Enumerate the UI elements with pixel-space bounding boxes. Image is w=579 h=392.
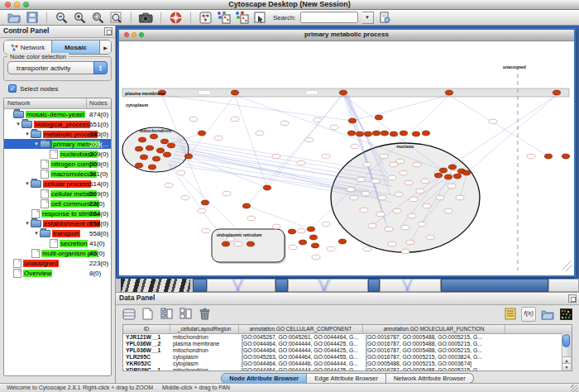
network-node-white[interactable] (350, 195, 358, 200)
network-node-red[interactable] (339, 90, 347, 95)
network-node-white[interactable] (371, 179, 380, 184)
network-node-white[interactable] (388, 175, 396, 180)
tree-row[interactable]: Overview8(0) (4, 268, 111, 278)
network-node-red[interactable] (445, 90, 452, 95)
tree-row[interactable]: ▼transport558(0) (4, 228, 111, 238)
search-options-icon[interactable] (378, 12, 392, 24)
tab-overflow-arrow[interactable]: ▶ (100, 41, 111, 54)
table-cell[interactable]: mitochondrion (170, 347, 239, 354)
network-edge[interactable] (467, 95, 557, 173)
network-node-white[interactable] (380, 154, 388, 159)
tree-column-nodes[interactable]: Nodes (89, 99, 108, 107)
network-node-white[interactable] (378, 195, 386, 200)
network-node-white[interactable] (363, 162, 371, 167)
formula-icon[interactable]: f(x) (521, 307, 536, 322)
table-scrollbar[interactable]: ▲ ▼ (562, 333, 572, 370)
search-dropdown-button[interactable]: ▼ (362, 12, 374, 24)
tree-row[interactable]: ▼primary metabo209(... (4, 139, 111, 149)
float-panel-icon[interactable] (104, 27, 112, 36)
network-node-white[interactable] (234, 241, 242, 246)
table-cell[interactable]: [GO:0044464, GO:0044446, GO:0044444, G..… (239, 361, 363, 367)
network-node-white[interactable] (376, 212, 385, 217)
network-node-red[interactable] (390, 131, 397, 136)
import-attributes-icon[interactable] (539, 307, 555, 322)
network-node-white[interactable] (396, 159, 404, 164)
network-node-white[interactable] (189, 117, 198, 122)
tree-row-label[interactable]: transport (52, 230, 80, 237)
tree-expand-arrow-icon[interactable]: ▼ (24, 181, 31, 186)
table-cell[interactable]: [GO:0044464, GO:0044444, GO:0044425, G..… (239, 347, 363, 354)
network-node-white[interactable] (426, 235, 434, 240)
network-node-red[interactable] (562, 154, 569, 159)
table-row[interactable]: YPL036W__2plasma membrane[GO:0044464, GO… (123, 341, 572, 347)
network-node-white[interactable] (312, 255, 320, 260)
network-node-white[interactable] (395, 192, 403, 197)
table-row[interactable]: YKR052Ccytoplasm[GO:0044464, GO:0044446,… (123, 361, 572, 367)
attribute-table-icon[interactable] (121, 307, 136, 322)
network-node-red[interactable] (462, 170, 470, 175)
network-node-red[interactable] (146, 146, 153, 151)
network-node-red[interactable] (299, 240, 306, 245)
network-node-white[interactable] (322, 222, 330, 227)
search-input[interactable] (300, 12, 358, 23)
network-node-red[interactable] (311, 243, 318, 248)
network-node-red[interactable] (347, 131, 355, 136)
network-node-red[interactable] (309, 235, 317, 240)
network-node-red[interactable] (307, 227, 314, 232)
network-node-white[interactable] (327, 246, 335, 251)
float-panel-icon[interactable] (568, 294, 577, 303)
new-attribute-icon[interactable] (140, 307, 156, 322)
network-edge[interactable] (189, 156, 267, 188)
tab-network[interactable]: Network (4, 41, 52, 54)
network-node-white[interactable] (390, 162, 398, 167)
attribute-list-icon[interactable] (502, 307, 518, 322)
network-node-white[interactable] (393, 208, 401, 213)
tree-row-label[interactable]: secretion (60, 240, 88, 247)
network-node-white[interactable] (423, 203, 431, 208)
table-cell[interactable]: YKR052C (123, 361, 170, 367)
network-node-white[interactable] (227, 237, 235, 241)
zoom-out-icon[interactable] (55, 12, 69, 24)
network-node-white[interactable] (413, 162, 421, 167)
view-close-button[interactable] (124, 32, 129, 37)
node-color-dropdown[interactable]: transporter activity ▲▼ (7, 61, 108, 74)
tree-row[interactable]: nitrogen compo209(0) (4, 159, 111, 169)
tree-row[interactable]: unassigned223(0) (4, 258, 111, 268)
table-row[interactable]: YJR121W__1mitochondrion[GO:0045267, GO:0… (123, 334, 572, 341)
table-cell[interactable]: cytoplasm (170, 354, 239, 361)
tree-row-label[interactable]: mosaic-demo-yeast (26, 111, 85, 118)
network-node-red[interactable] (222, 241, 229, 246)
tree-row[interactable]: ▼metabolic process280(0) (4, 129, 111, 139)
network-view-titlebar[interactable]: primary metabolic process (119, 30, 574, 41)
network-node-red[interactable] (288, 229, 295, 234)
tree-row-label[interactable]: cellular process (43, 180, 91, 188)
network-node-red[interactable] (544, 154, 552, 159)
network-node-white[interactable] (231, 117, 239, 122)
table-row[interactable]: YPL036W__1mitochondrion[GO:0044464, GO:0… (123, 347, 572, 354)
network-node-white[interactable] (363, 246, 371, 251)
background-window-fragment[interactable] (380, 279, 441, 292)
tree-row-label[interactable]: unassigned (23, 260, 59, 267)
network-node-red[interactable] (400, 131, 407, 136)
table-cell[interactable]: YJR121W__1 (123, 334, 170, 341)
network-node-white[interactable] (356, 177, 365, 182)
background-window-fragment[interactable] (121, 279, 190, 292)
tree-expand-arrow-icon[interactable]: ▼ (33, 141, 40, 146)
network-node-white[interactable] (223, 191, 231, 196)
network-node-red[interactable] (198, 131, 205, 136)
network-node-white[interactable] (456, 195, 464, 200)
table-cell[interactable]: cytoplasm (170, 361, 239, 367)
network-node-red[interactable] (375, 115, 382, 120)
tree-row[interactable]: macromolecule311(0) (4, 169, 111, 179)
layout-partition-icon[interactable] (217, 12, 231, 24)
network-node-red[interactable] (439, 168, 447, 173)
network-node-white[interactable] (322, 154, 330, 159)
network-node-white[interactable] (388, 241, 396, 246)
background-window-titlebar[interactable] (441, 279, 548, 292)
save-session-icon[interactable] (25, 12, 39, 24)
tree-row-label[interactable]: biological_process (34, 121, 90, 128)
network-node-white[interactable] (214, 136, 223, 141)
table-column-header[interactable]: annotation.GO MOLECULAR_FUNCTION (363, 325, 505, 333)
table-column-header[interactable]: _cellularLayoutRegion (170, 325, 239, 333)
tree-expand-arrow-icon[interactable]: ▼ (15, 122, 22, 127)
